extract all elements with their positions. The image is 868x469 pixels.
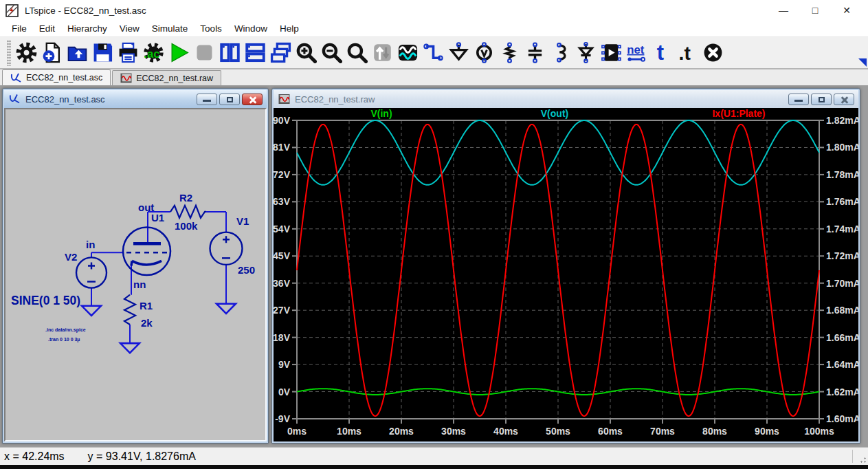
menu-file[interactable]: File (5, 21, 33, 36)
zoom-fit-button[interactable] (344, 40, 370, 66)
open-button[interactable] (65, 40, 90, 66)
waveform-close-button[interactable] (834, 94, 854, 105)
tile-horizontal-button[interactable] (243, 40, 268, 66)
toolbar: .ac (0, 37, 868, 69)
tab-label: ECC82_nn_test.asc (26, 73, 102, 83)
waveform-pane-button[interactable] (395, 40, 421, 66)
ground-button[interactable] (446, 40, 471, 66)
mdi-area: ECC82_nn_test.asc (0, 85, 868, 447)
resistor-button[interactable] (497, 40, 522, 66)
tab-label: ECC82_nn_test.raw (136, 74, 213, 83)
trace-V(out) (297, 120, 819, 185)
x-tick-label: 30ms (441, 426, 466, 437)
menu-hierarchy[interactable]: Hierarchy (61, 21, 113, 36)
y-right-tick-label: 1.74mA (826, 223, 858, 235)
close-button[interactable]: ✕ (831, 0, 863, 21)
schematic-minimize-button[interactable] (197, 94, 217, 105)
x-tick-label: 80ms (702, 426, 727, 437)
x-tick-label: 90ms (755, 426, 779, 437)
new-file-icon (41, 42, 63, 63)
menu-help[interactable]: Help (274, 21, 305, 36)
waveform-icon (397, 42, 419, 63)
y-right-tick-label: 1.64mA (826, 359, 858, 370)
capacitor-button[interactable] (522, 40, 548, 66)
waveform-restore-button[interactable] (811, 94, 832, 105)
menu-view[interactable]: View (113, 21, 146, 36)
refdes-u1: U1 (151, 212, 164, 223)
y-right-tick-label: 1.70mA (826, 278, 858, 289)
tile-horizontal-icon (245, 42, 266, 63)
ac-analysis-button[interactable]: .ac (141, 40, 166, 66)
plot-svg: 0ms10ms20ms30ms40ms50ms60ms70ms80ms90ms1… (274, 108, 858, 441)
schematic-window-titlebar[interactable]: ECC82_nn_test.asc (4, 90, 267, 108)
component-button[interactable] (599, 40, 624, 66)
trace-label[interactable]: V(out) (541, 108, 568, 119)
resize-grip[interactable] (858, 455, 867, 463)
x-tick-label: 100ms (804, 426, 834, 437)
spice-directive-button[interactable]: .t (675, 40, 700, 66)
open-folder-icon (67, 42, 88, 63)
tab-schematic[interactable]: ECC82_nn_test.asc (2, 69, 111, 85)
y-left-tick-label: 45V (274, 250, 291, 261)
waveform-window-titlebar[interactable]: ECC82_nn_test.raw (274, 90, 858, 108)
minimize-button[interactable]: — (768, 0, 799, 21)
y-left-tick-label: 36V (274, 278, 291, 289)
autorange-button[interactable] (370, 40, 395, 66)
title-bar[interactable]: LTspice - ECC82_nn_test.asc — □ ✕ (0, 0, 868, 21)
inductor-button[interactable] (548, 40, 573, 66)
y-right-tick-label: 1.76mA (826, 196, 858, 207)
zoom-in-button[interactable] (293, 40, 319, 66)
tile-vertical-button[interactable] (217, 40, 243, 66)
ltspice-logo-icon (5, 4, 19, 17)
tab-waveform[interactable]: ECC82_nn_test.raw (112, 70, 221, 85)
triode-u1 (123, 228, 170, 275)
toolbar-overflow-icon[interactable] (858, 58, 867, 67)
toolbar-grip[interactable] (7, 40, 11, 66)
halt-button[interactable] (192, 40, 217, 66)
wire-button[interactable] (421, 40, 446, 66)
save-button[interactable] (90, 40, 115, 66)
run-button[interactable] (166, 40, 192, 66)
y-right-tick-label: 1.78mA (826, 169, 858, 180)
menu-tools[interactable]: Tools (194, 21, 228, 36)
waveform-doc-icon (278, 94, 290, 105)
cascade-icon (270, 42, 291, 63)
schematic-close-button[interactable] (242, 94, 263, 105)
cancel-button[interactable] (700, 40, 726, 66)
tile-vertical-icon (219, 42, 241, 63)
waveform-plot[interactable]: 0ms10ms20ms30ms40ms50ms60ms70ms80ms90ms1… (274, 108, 858, 441)
spice-directive-label: .t (679, 42, 691, 63)
waveform-minimize-button[interactable] (788, 94, 809, 105)
y-right-tick-label: 1.82mA (826, 115, 858, 126)
settings-button[interactable] (14, 40, 39, 66)
halt-icon (194, 42, 215, 63)
trace-label[interactable]: Ix(U1:Plate) (712, 108, 765, 119)
refdes-v2: V2 (65, 251, 77, 263)
zoom-out-button[interactable] (319, 40, 344, 66)
voltage-button[interactable] (471, 40, 497, 66)
menu-simulate[interactable]: Simulate (146, 21, 194, 36)
resistor-r2 (170, 206, 206, 218)
schematic-canvas[interactable]: out U1 R2 100k V1 250 in V2 nn R1 2k SIN… (4, 108, 267, 441)
y-left-tick-label: 81V (274, 142, 291, 153)
schematic-restore-button[interactable] (219, 94, 240, 105)
cursor-y-readout: y = 93.41V, 1.8276mA (88, 450, 196, 463)
menu-edit[interactable]: Edit (33, 21, 61, 36)
maximize-button[interactable]: □ (799, 0, 831, 21)
refdes-v1: V1 (236, 215, 249, 227)
y-left-tick-label: -9V (275, 413, 290, 424)
tab-bar: ECC82_nn_test.asc ECC82_nn_test.raw (0, 69, 868, 85)
gear-icon (16, 42, 37, 63)
trace-label[interactable]: V(in) (370, 108, 392, 119)
print-button[interactable] (115, 40, 141, 66)
menu-window[interactable]: Window (228, 21, 274, 36)
text-button[interactable]: t (649, 40, 675, 66)
status-bar: x = 42.24ms y = 93.41V, 1.8276mA (0, 447, 868, 465)
diode-button[interactable] (573, 40, 599, 66)
ground-icon (216, 304, 236, 314)
cascade-button[interactable] (268, 40, 293, 66)
net-label-button[interactable]: net (624, 40, 649, 66)
new-schematic-button[interactable] (39, 40, 65, 66)
y-right-tick-label: 1.72mA (826, 250, 858, 261)
y-right-tick-label: 1.66mA (826, 332, 858, 343)
